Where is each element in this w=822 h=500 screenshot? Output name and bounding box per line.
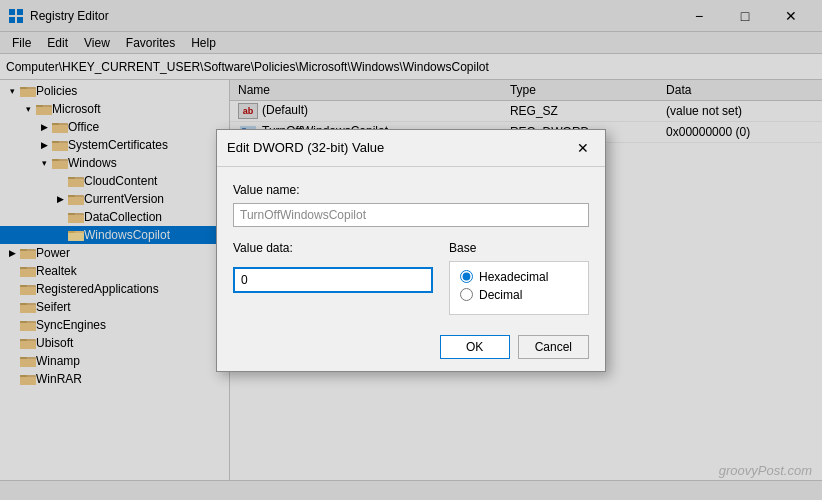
decimal-option[interactable]: Decimal	[460, 288, 578, 302]
modal-close-button[interactable]: ✕	[571, 136, 595, 160]
decimal-label: Decimal	[479, 288, 522, 302]
modal-left: Value data:	[233, 241, 433, 293]
base-label: Base	[449, 241, 589, 255]
modal-overlay: Edit DWORD (32-bit) Value ✕ Value name: …	[0, 0, 822, 500]
modal-right: Base Hexadecimal Decimal	[449, 241, 589, 315]
cancel-button[interactable]: Cancel	[518, 335, 589, 359]
edit-dword-dialog: Edit DWORD (32-bit) Value ✕ Value name: …	[216, 129, 606, 372]
base-group: Hexadecimal Decimal	[449, 261, 589, 315]
value-data-label: Value data:	[233, 241, 433, 255]
modal-data-row: Value data: Base Hexadecimal Decimal	[233, 241, 589, 315]
value-name-input[interactable]	[233, 203, 589, 227]
hexadecimal-label: Hexadecimal	[479, 270, 548, 284]
hexadecimal-radio[interactable]	[460, 270, 473, 283]
ok-button[interactable]: OK	[440, 335, 510, 359]
value-data-input[interactable]	[233, 267, 433, 293]
modal-footer: OK Cancel	[217, 327, 605, 371]
value-name-label: Value name:	[233, 183, 589, 197]
hexadecimal-option[interactable]: Hexadecimal	[460, 270, 578, 284]
modal-body: Value name: Value data: Base Hexadecimal	[217, 167, 605, 327]
decimal-radio[interactable]	[460, 288, 473, 301]
modal-title: Edit DWORD (32-bit) Value	[227, 140, 384, 155]
modal-title-bar: Edit DWORD (32-bit) Value ✕	[217, 130, 605, 167]
